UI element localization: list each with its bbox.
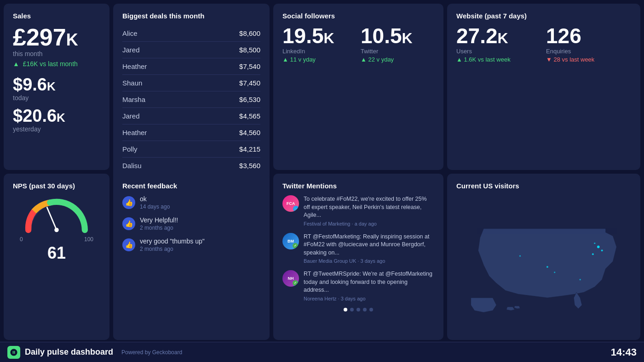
linkedin-label: LinkedIn — [282, 48, 356, 55]
website-grid: 27.2K Users ▲ 1.6K vs last week 126 Enqu… — [456, 25, 631, 63]
website-title: Website (past 7 days) — [456, 12, 631, 20]
table-row: Heather$7,540 — [122, 58, 260, 75]
table-row: Jared$8,500 — [122, 42, 260, 58]
thumbsup-icon: 👍 — [122, 217, 135, 230]
tweet-meta: Noreena Hertz · 3 days ago — [304, 296, 434, 301]
dot-4[interactable] — [363, 308, 367, 311]
sales-unit: K — [66, 30, 78, 49]
enquiries-change: ▼ 28 vs last week — [546, 56, 631, 63]
tweet-content: RT @TweetMRSpride: We're at @FestofMarke… — [304, 270, 434, 301]
nps-score: 61 — [47, 243, 66, 263]
map-container — [456, 195, 631, 331]
feedback-title: Recent feedback — [122, 182, 260, 190]
feedback-content: ok 14 days ago — [140, 195, 170, 210]
sales-yesterday-label: yesterday — [13, 125, 100, 133]
svg-point-7 — [554, 272, 555, 273]
sales-card: Sales £297K this month ▲ £16K vs last mo… — [4, 4, 109, 170]
feedback-card: Recent feedback 👍 ok 14 days ago 👍 Very … — [113, 174, 270, 340]
nps-gauge-container: 0 100 61 — [13, 195, 100, 263]
twitter-mentions-card: Twitter Mentions FCA 🐦 To celebrate #FoM… — [273, 174, 443, 340]
table-row: Heather$4,560 — [122, 124, 260, 141]
tweet-content: RT @FestofMarketing: Really inspiring se… — [304, 233, 434, 264]
sales-main-value: £297K — [13, 25, 100, 49]
list-item: FCA 🐦 To celebrate #FoM22, we're excited… — [282, 195, 434, 226]
svg-point-8 — [580, 279, 581, 280]
sales-currency: £ — [13, 24, 26, 51]
sales-main-label: this month — [13, 50, 100, 57]
tweet-meta: Bauer Media Group UK · 3 days ago — [304, 258, 434, 264]
svg-point-4 — [594, 243, 595, 244]
sales-today-currency: $ — [13, 75, 23, 94]
avatar: NH 🐦 ✓ — [282, 270, 299, 287]
dot-2[interactable] — [350, 308, 354, 311]
sales-change: ▲ £16K vs last month — [13, 60, 100, 68]
social-card: Social followers 19.5K LinkedIn ▲ 11 v y… — [273, 4, 443, 170]
tweet-text: RT @TweetMRSpride: We're at @FestofMarke… — [304, 270, 434, 294]
feedback-text: ok — [140, 195, 170, 203]
map-title: Current US visitors — [456, 182, 631, 190]
feedback-content: very good "thumbs up" 2 months ago — [140, 238, 205, 252]
avatar: FCA 🐦 — [282, 195, 299, 212]
footer-title: Daily pulse dashboard — [25, 347, 113, 357]
table-row: Shaun$7,450 — [122, 75, 260, 91]
svg-point-6 — [546, 266, 548, 268]
sales-yesterday-currency: $ — [13, 106, 23, 125]
dot-3[interactable] — [356, 308, 360, 311]
feedback-time: 2 months ago — [140, 225, 178, 231]
tweet-text: To celebrate #FoM22, we're excited to of… — [304, 195, 434, 220]
nps-gauge-svg — [20, 195, 93, 234]
carousel-dots — [282, 308, 434, 311]
list-item: 👍 Very Helpful!! 2 months ago — [122, 216, 260, 231]
deals-title: Biggest deals this month — [122, 12, 260, 20]
nps-card: NPS (past 30 days) 0 100 61 — [4, 174, 109, 340]
sales-change-value: £16K vs last month — [23, 60, 78, 68]
geckoboard-logo-icon — [7, 346, 20, 359]
linkedin-change: ▲ 11 v yday — [282, 56, 356, 63]
gecko-icon — [10, 348, 18, 356]
table-row: Dalisu$3,560 — [122, 158, 260, 174]
enquiries-metric: 126 Enquiries ▼ 28 vs last week — [546, 25, 631, 63]
svg-point-3 — [592, 253, 594, 255]
svg-point-5 — [601, 249, 603, 251]
social-grid: 19.5K LinkedIn ▲ 11 v yday 10.5K Twitter… — [282, 25, 434, 63]
tweet-content: To celebrate #FoM22, we're excited to of… — [304, 195, 434, 226]
svg-point-2 — [597, 246, 600, 249]
svg-point-9 — [519, 255, 521, 257]
tweet-meta: Festival of Marketing · a day ago — [304, 221, 434, 226]
dot-5[interactable] — [369, 308, 373, 311]
sales-title: Sales — [13, 12, 100, 20]
sales-amount: 297 — [26, 24, 66, 51]
feedback-content: Very Helpful!! 2 months ago — [140, 216, 178, 231]
footer-logo: Daily pulse dashboard Powered by Geckobo… — [7, 346, 182, 359]
twitter-value: 10.5K — [361, 25, 434, 46]
users-label: Users — [456, 48, 541, 55]
list-item: 👍 very good "thumbs up" 2 months ago — [122, 238, 260, 252]
us-map-card: Current US visitors — [447, 174, 640, 340]
list-item: 👍 ok 14 days ago — [122, 195, 260, 210]
nps-labels: 0 100 — [20, 236, 93, 243]
sales-today-label: today — [13, 94, 100, 102]
list-item: BM 🐦 ✓ RT @FestofMarketing: Really inspi… — [282, 233, 434, 264]
twitter-change: ▲ 22 v yday — [361, 56, 434, 63]
footer: Daily pulse dashboard Powered by Geckobo… — [0, 342, 644, 362]
footer-time: 14:43 — [611, 346, 637, 358]
online-indicator: ✓ — [293, 243, 298, 249]
online-indicator: ✓ — [293, 280, 298, 286]
sales-today-value: $9.6K — [13, 76, 100, 93]
avatar: BM 🐦 ✓ — [282, 233, 299, 249]
feedback-text: very good "thumbs up" — [140, 238, 205, 245]
twitter-badge-icon: 🐦 — [293, 206, 299, 212]
twitter-mentions-title: Twitter Mentions — [282, 182, 434, 190]
dot-1[interactable] — [344, 308, 347, 311]
table-row: Jared$4,565 — [122, 108, 260, 124]
svg-point-1 — [54, 228, 58, 232]
feedback-time: 2 months ago — [140, 246, 205, 252]
thumbsup-icon: 👍 — [122, 196, 135, 209]
nps-title: NPS (past 30 days) — [13, 182, 100, 190]
social-title: Social followers — [282, 12, 434, 20]
linkedin-metric: 19.5K LinkedIn ▲ 11 v yday — [282, 25, 356, 63]
users-change: ▲ 1.6K vs last week — [456, 56, 541, 63]
sales-change-arrow: ▲ — [13, 60, 19, 68]
enquiries-value: 126 — [546, 25, 631, 46]
svg-line-0 — [47, 207, 57, 230]
